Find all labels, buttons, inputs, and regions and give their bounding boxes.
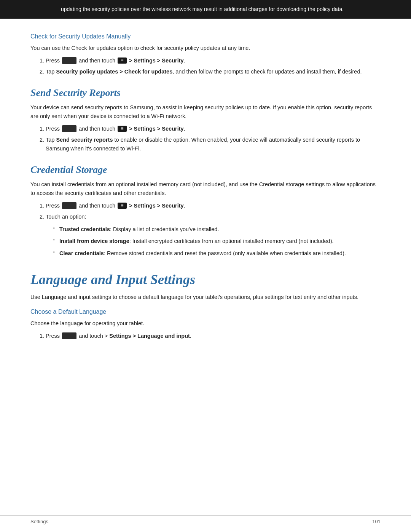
send-security-reports-body: Your device can send security reports to… [30,103,381,121]
step-item: Tap Security policy updates > Check for … [46,67,381,76]
send-security-reports-title: Send Security Reports [30,87,381,99]
step-item: Press and then touch > Settings > Securi… [46,125,381,133]
choose-default-language-section: Choose a Default Language Choose the lan… [30,308,381,340]
bullet-label: Clear credentials [59,250,104,256]
credential-storage-body: You can install credentials from an opti… [30,180,381,198]
check-for-updates-title: Check for Security Updates Manually [30,33,381,40]
home-button-icon [62,332,76,339]
choose-default-language-steps: Press and touch > Settings > Language an… [46,332,381,340]
choose-default-language-title: Choose a Default Language [30,308,381,315]
step-item: Touch an option: [46,212,381,221]
page-container: updating the security policies over the … [0,0,411,532]
step-item: Press and then touch > Settings > Securi… [46,56,381,65]
top-bar-text: updating the security policies over the … [61,6,344,12]
language-input-section: Language and Input Settings Use Language… [30,272,381,341]
home-button-icon [62,125,76,132]
credential-storage-steps: Press and then touch > Settings > Securi… [46,201,381,221]
step1-settings-text: Settings > Language and input [109,333,190,339]
check-for-updates-steps: Press and then touch > Settings > Securi… [46,56,381,76]
credential-storage-section: Credential Storage You can install crede… [30,164,381,258]
step1-settings-text: > Settings > Security [129,203,183,209]
bullet-item: Install from device storage: Install enc… [53,237,381,246]
page-footer: Settings 101 [0,515,411,524]
menu-icon [118,126,127,132]
step1-settings-text: > Settings > Security [129,58,183,64]
footer-left: Settings [30,519,48,524]
bullet-item: Clear credentials: Remove stored credent… [53,249,381,258]
step-item: Press and touch > Settings > Language an… [46,332,381,340]
footer-right: 101 [372,519,381,524]
language-input-title: Language and Input Settings [30,272,381,288]
step1-settings-text: > Settings > Security [129,126,183,132]
check-for-updates-body: You can use the Check for updates option… [30,44,381,53]
home-button-icon [62,57,76,64]
bullet-item: Trusted credentials: Display a list of c… [53,225,381,234]
main-content: Check for Security Updates Manually You … [0,19,411,367]
step2-bold-text: Security policy updates > Check for upda… [56,69,172,75]
credential-storage-title: Credential Storage [30,164,381,176]
menu-icon [118,58,127,64]
bullet-label: Install from device storage [59,238,129,244]
step-item: Press and then touch > Settings > Securi… [46,201,381,210]
step-item: Tap Send security reports to enable or d… [46,136,381,153]
menu-icon [118,203,127,209]
home-button-icon [62,202,76,209]
bullet-label: Trusted credentials [59,226,110,232]
top-bar: updating the security policies over the … [0,0,411,19]
send-security-reports-section: Send Security Reports Your device can se… [30,87,381,153]
credential-storage-bullets: Trusted credentials: Display a list of c… [53,225,381,258]
check-for-updates-section: Check for Security Updates Manually You … [30,33,381,77]
step2-bold-text: Send security reports [56,137,113,143]
send-security-reports-steps: Press and then touch > Settings > Securi… [46,125,381,153]
language-input-body: Use Language and input settings to choos… [30,293,381,302]
choose-default-language-body: Choose the language for operating your t… [30,319,381,328]
